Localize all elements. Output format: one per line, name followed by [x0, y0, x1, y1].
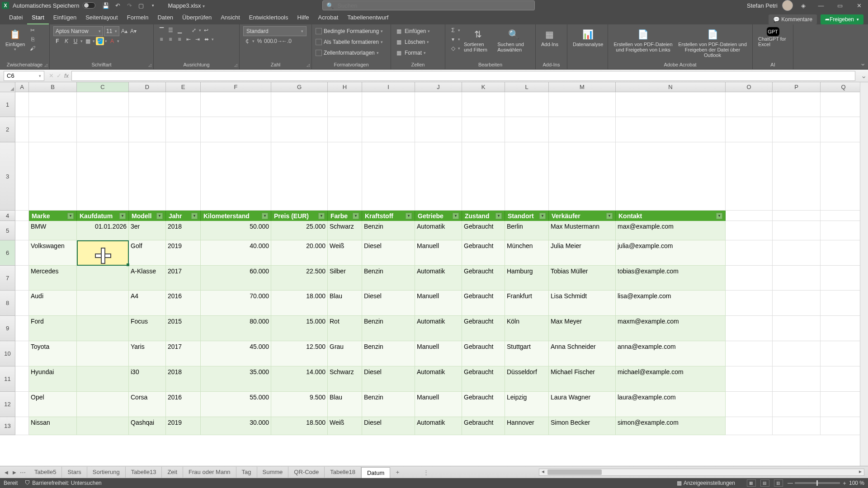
column-header[interactable]: N	[616, 82, 726, 92]
table-cell[interactable]: Hamburg	[505, 266, 549, 291]
filter-dropdown-icon[interactable]: ▾	[453, 213, 459, 219]
column-header[interactable]: I	[362, 82, 415, 92]
cell[interactable]	[549, 142, 616, 211]
share-button[interactable]: ➦ Freigeben▾	[821, 14, 863, 24]
diamond-icon[interactable]: ◈	[799, 1, 808, 10]
cell[interactable]	[821, 417, 860, 435]
table-cell[interactable]: 80.000	[201, 316, 271, 341]
decrease-font-icon[interactable]: A▾	[129, 27, 137, 35]
cell[interactable]	[15, 221, 29, 240]
wrap-text-icon[interactable]: ↩	[202, 26, 210, 34]
table-cell[interactable]: 3er	[129, 221, 166, 240]
cell[interactable]	[821, 92, 860, 117]
name-box[interactable]: C6▾	[4, 71, 44, 81]
cell[interactable]	[15, 291, 29, 316]
cell[interactable]	[15, 341, 29, 366]
ribbon-tab-seitenlayout[interactable]: Seitenlayout	[81, 11, 123, 24]
column-header[interactable]: P	[773, 82, 821, 92]
table-cell[interactable]: 2015	[166, 316, 201, 341]
cell[interactable]	[726, 341, 773, 366]
table-cell[interactable]: Gebraucht	[462, 291, 505, 316]
increase-font-icon[interactable]: A▴	[120, 27, 128, 35]
cell[interactable]	[129, 92, 166, 117]
worksheet-area[interactable]: ABCDEFGHIJKLMNOPQ12345678910111213Marke▾…	[0, 82, 868, 466]
expand-formula-bar-icon[interactable]: ⌄	[859, 71, 868, 80]
cell[interactable]	[15, 392, 29, 417]
cell[interactable]	[271, 142, 328, 211]
cell[interactable]	[726, 392, 773, 417]
zoom-slider[interactable]	[795, 482, 840, 484]
cell[interactable]	[821, 366, 860, 392]
cell[interactable]	[415, 117, 462, 142]
table-cell[interactable]: anna@example.com	[616, 341, 726, 366]
table-cell[interactable]: Gebraucht	[462, 316, 505, 341]
table-cell[interactable]: 14.000	[271, 366, 328, 392]
column-header[interactable]: D	[129, 82, 166, 92]
table-cell[interactable]: Weiß	[328, 240, 362, 266]
table-cell[interactable]: Benzin	[362, 341, 415, 366]
column-header[interactable]: C	[77, 82, 129, 92]
cell[interactable]	[166, 92, 201, 117]
comma-icon[interactable]: 000	[264, 37, 273, 45]
table-cell[interactable]: Simon Becker	[549, 417, 616, 435]
table-cell[interactable]: 01.01.2026	[77, 221, 129, 240]
font-size-combo[interactable]: 11▾	[104, 26, 119, 36]
table-cell[interactable]: 60.000	[201, 266, 271, 291]
ribbon-tab-einfügen[interactable]: Einfügen	[49, 11, 81, 24]
sort-filter-button[interactable]: ⇅Sortieren und Filtern	[462, 26, 494, 53]
table-cell[interactable]: Silber	[328, 266, 362, 291]
avatar[interactable]	[782, 0, 793, 11]
table-cell[interactable]: Benzin	[362, 221, 415, 240]
table-cell[interactable]: Manuell	[415, 291, 462, 316]
select-all-corner[interactable]	[0, 82, 15, 92]
cell[interactable]	[129, 142, 166, 211]
cell[interactable]	[201, 117, 271, 142]
tab-nav-menu-icon[interactable]: ⋯	[19, 469, 26, 476]
insert-cells[interactable]: ▦Einfügen▾	[395, 26, 430, 36]
sheet-tab[interactable]: Tabelle5	[29, 467, 62, 478]
ribbon-tab-formeln[interactable]: Formeln	[123, 11, 153, 24]
table-cell[interactable]: Diesel	[362, 417, 415, 435]
filter-dropdown-icon[interactable]: ▾	[119, 213, 126, 219]
column-header[interactable]: J	[415, 82, 462, 92]
cell[interactable]	[821, 392, 860, 417]
table-cell[interactable]: 18.500	[271, 417, 328, 435]
table-cell[interactable]: Gebraucht	[462, 392, 505, 417]
align-left-icon[interactable]: ≡	[157, 35, 165, 43]
table-cell[interactable]: Diesel	[362, 366, 415, 392]
zoom-in-icon[interactable]: ＋	[842, 479, 847, 487]
table-cell[interactable]: 18.000	[271, 291, 328, 316]
clear-icon[interactable]: ◇	[449, 44, 457, 52]
table-cell[interactable]: Focus	[129, 316, 166, 341]
display-settings[interactable]: ▦ Anzeigeeinstellungen	[677, 480, 735, 486]
add-sheet-button[interactable]: ＋	[390, 468, 405, 476]
dialog-launcher-icon[interactable]: ◿	[233, 63, 238, 68]
comments-button[interactable]: 💬 Kommentare	[769, 14, 817, 24]
dialog-launcher-icon[interactable]: ◿	[147, 63, 152, 68]
cell[interactable]	[362, 142, 415, 211]
table-header-cell[interactable]: Preis (EUR)▾	[271, 211, 328, 221]
bold-icon[interactable]: F	[53, 37, 61, 45]
table-cell[interactable]: Gebraucht	[462, 366, 505, 392]
cell[interactable]	[166, 142, 201, 211]
normal-view-icon[interactable]: ▦	[747, 479, 756, 487]
cell[interactable]	[773, 117, 821, 142]
table-cell[interactable]	[77, 366, 129, 392]
table-cell[interactable]	[77, 392, 129, 417]
filter-dropdown-icon[interactable]: ▾	[539, 213, 546, 219]
column-header[interactable]: Q	[821, 82, 860, 92]
cell[interactable]	[773, 92, 821, 117]
table-cell[interactable]: 2016	[166, 392, 201, 417]
ribbon-tab-start[interactable]: Start	[27, 11, 48, 24]
table-cell[interactable]: Automatik	[415, 221, 462, 240]
cell[interactable]	[726, 117, 773, 142]
font-color-icon[interactable]: A	[108, 37, 116, 45]
cell[interactable]	[271, 92, 328, 117]
table-cell[interactable]: Frankfurt	[505, 291, 549, 316]
data-analysis-button[interactable]: 📊Datenanalyse	[571, 26, 605, 48]
ribbon-tab-hilfe[interactable]: Hilfe	[293, 11, 314, 24]
column-header[interactable]: B	[29, 82, 77, 92]
ribbon-tab-ansicht[interactable]: Ansicht	[216, 11, 245, 24]
increase-decimal-icon[interactable]: .0→	[274, 37, 282, 45]
table-cell[interactable]: 2016	[166, 291, 201, 316]
